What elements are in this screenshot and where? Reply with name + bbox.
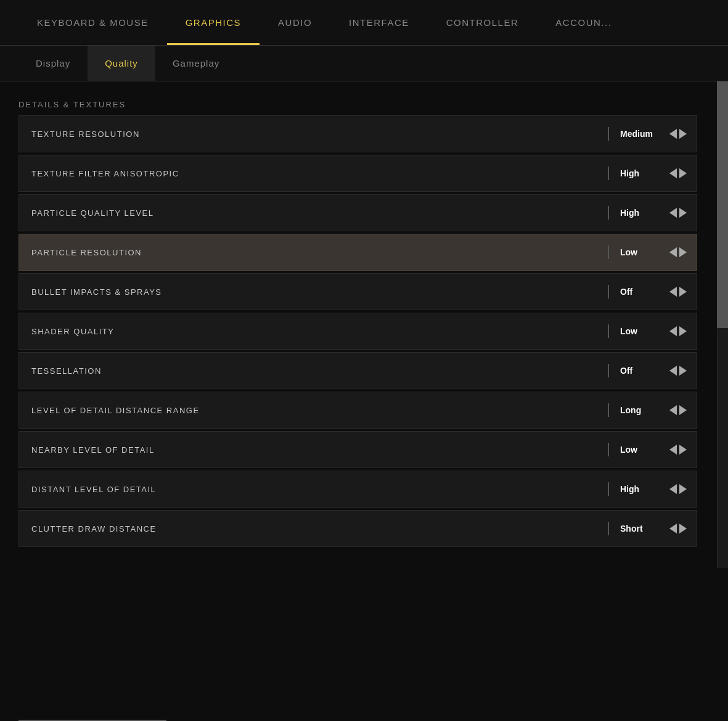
setting-value-particle-resolution: Low	[620, 247, 669, 257]
nav-keyboard-mouse[interactable]: KEYBOARD & MOUSE	[18, 0, 167, 45]
arrow-buttons-texture-filter	[669, 168, 687, 178]
arrow-right-texture-filter[interactable]	[679, 168, 687, 178]
arrow-right-tessellation[interactable]	[679, 366, 687, 376]
arrow-buttons-nearby-lod	[669, 445, 687, 455]
arrow-left-texture-resolution[interactable]	[669, 129, 677, 139]
setting-value-lod-distance: Long	[620, 405, 669, 415]
arrow-right-distant-lod[interactable]	[679, 484, 687, 494]
setting-separator-bullet-impacts	[608, 285, 609, 299]
arrow-left-bullet-impacts[interactable]	[669, 287, 677, 297]
setting-controls-texture-resolution: Medium	[608, 127, 687, 141]
arrow-buttons-distant-lod	[669, 484, 687, 494]
setting-row-bullet-impacts[interactable]: BULLET IMPACTS & SPRAYS Off	[18, 273, 697, 310]
tab-gameplay[interactable]: Gameplay	[155, 46, 237, 81]
arrow-left-tessellation[interactable]	[669, 366, 677, 376]
setting-value-bullet-impacts: Off	[620, 287, 669, 297]
arrow-buttons-particle-quality	[669, 208, 687, 218]
setting-value-texture-filter: High	[620, 168, 669, 178]
setting-separator-texture-filter	[608, 167, 609, 180]
arrow-left-particle-resolution[interactable]	[669, 247, 677, 257]
arrow-buttons-particle-resolution	[669, 247, 687, 257]
nav-audio[interactable]: AUDIO	[260, 0, 330, 45]
setting-controls-particle-quality: High	[608, 206, 687, 220]
setting-controls-bullet-impacts: Off	[608, 285, 687, 299]
setting-label-nearby-lod: NEARBY LEVEL OF DETAIL	[31, 445, 155, 455]
setting-label-particle-resolution: PARTICLE RESOLUTION	[31, 248, 142, 257]
nav-interface[interactable]: INTERFACE	[330, 0, 428, 45]
setting-row-particle-resolution[interactable]: PARTICLE RESOLUTION Low	[18, 234, 697, 271]
setting-value-texture-resolution: Medium	[620, 129, 669, 139]
setting-row-tessellation[interactable]: TESSELLATION Off	[18, 352, 697, 389]
setting-separator-particle-resolution	[608, 245, 609, 259]
arrow-right-texture-resolution[interactable]	[679, 129, 687, 139]
setting-label-shader-quality: SHADER QUALITY	[31, 327, 114, 336]
arrow-buttons-tessellation	[669, 366, 687, 376]
setting-row-texture-filter[interactable]: TEXTURE FILTER ANISOTROPIC High	[18, 155, 697, 192]
setting-label-bullet-impacts: BULLET IMPACTS & SPRAYS	[31, 287, 162, 297]
setting-row-nearby-lod[interactable]: NEARBY LEVEL OF DETAIL Low	[18, 431, 697, 468]
nav-controller[interactable]: CONTROLLER	[428, 0, 538, 45]
arrow-left-distant-lod[interactable]	[669, 484, 677, 494]
setting-separator-lod-distance	[608, 403, 609, 417]
setting-separator-shader-quality	[608, 324, 609, 338]
setting-value-shader-quality: Low	[620, 326, 669, 336]
setting-value-nearby-lod: Low	[620, 445, 669, 455]
arrow-right-lod-distance[interactable]	[679, 405, 687, 415]
nav-account[interactable]: ACCOUN...	[537, 0, 630, 45]
tab-display[interactable]: Display	[18, 46, 88, 81]
arrow-right-particle-quality[interactable]	[679, 208, 687, 218]
section-title: DETAILS & TEXTURES	[18, 100, 710, 109]
arrow-buttons-bullet-impacts	[669, 287, 687, 297]
setting-row-texture-resolution[interactable]: TEXTURE RESOLUTION Medium	[18, 115, 697, 152]
setting-controls-lod-distance: Long	[608, 403, 687, 417]
setting-controls-clutter-draw: Short	[608, 522, 687, 535]
arrow-left-particle-quality[interactable]	[669, 208, 677, 218]
setting-separator-particle-quality	[608, 206, 609, 220]
arrow-left-lod-distance[interactable]	[669, 405, 677, 415]
setting-value-tessellation: Off	[620, 366, 669, 376]
setting-label-texture-resolution: TEXTURE RESOLUTION	[31, 130, 140, 139]
tab-quality[interactable]: Quality	[88, 46, 155, 81]
setting-row-distant-lod[interactable]: DISTANT LEVEL OF DETAIL High	[18, 471, 697, 508]
setting-separator-texture-resolution	[608, 127, 609, 141]
setting-separator-tessellation	[608, 364, 609, 377]
setting-label-clutter-draw: CLUTTER DRAW DISTANCE	[31, 524, 157, 534]
arrow-buttons-lod-distance	[669, 405, 687, 415]
sub-navigation: Display Quality Gameplay	[0, 46, 728, 81]
arrow-right-bullet-impacts[interactable]	[679, 287, 687, 297]
setting-row-lod-distance[interactable]: LEVEL OF DETAIL DISTANCE RANGE Long	[18, 392, 697, 429]
setting-label-particle-quality: PARTICLE QUALITY LEVEL	[31, 208, 153, 218]
arrow-buttons-clutter-draw	[669, 524, 687, 534]
setting-label-lod-distance: LEVEL OF DETAIL DISTANCE RANGE	[31, 406, 200, 415]
setting-controls-nearby-lod: Low	[608, 443, 687, 456]
arrow-right-nearby-lod[interactable]	[679, 445, 687, 455]
arrow-left-texture-filter[interactable]	[669, 168, 677, 178]
arrow-right-particle-resolution[interactable]	[679, 247, 687, 257]
settings-list: TEXTURE RESOLUTION Medium TEXTURE FILTER…	[18, 115, 697, 547]
arrow-right-shader-quality[interactable]	[679, 326, 687, 336]
setting-separator-distant-lod	[608, 482, 609, 496]
arrow-left-shader-quality[interactable]	[669, 326, 677, 336]
setting-row-shader-quality[interactable]: SHADER QUALITY Low	[18, 313, 697, 350]
scrollbar-track[interactable]	[717, 81, 728, 568]
setting-value-particle-quality: High	[620, 208, 669, 218]
setting-controls-particle-resolution: Low	[608, 245, 687, 259]
setting-row-clutter-draw[interactable]: CLUTTER DRAW DISTANCE Short	[18, 510, 697, 547]
setting-controls-tessellation: Off	[608, 364, 687, 377]
arrow-right-clutter-draw[interactable]	[679, 524, 687, 534]
scrollbar-thumb[interactable]	[717, 81, 728, 328]
setting-separator-nearby-lod	[608, 443, 609, 456]
setting-controls-distant-lod: High	[608, 482, 687, 496]
settings-content: DETAILS & TEXTURES TEXTURE RESOLUTION Me…	[0, 81, 728, 568]
arrow-buttons-shader-quality	[669, 326, 687, 336]
setting-row-particle-quality[interactable]: PARTICLE QUALITY LEVEL High	[18, 194, 697, 231]
setting-controls-texture-filter: High	[608, 167, 687, 180]
setting-label-texture-filter: TEXTURE FILTER ANISOTROPIC	[31, 169, 179, 178]
arrow-left-nearby-lod[interactable]	[669, 445, 677, 455]
arrow-left-clutter-draw[interactable]	[669, 524, 677, 534]
nav-graphics[interactable]: GRAPHICS	[167, 0, 260, 45]
setting-value-clutter-draw: Short	[620, 524, 669, 534]
setting-controls-shader-quality: Low	[608, 324, 687, 338]
arrow-buttons-texture-resolution	[669, 129, 687, 139]
setting-value-distant-lod: High	[620, 484, 669, 494]
